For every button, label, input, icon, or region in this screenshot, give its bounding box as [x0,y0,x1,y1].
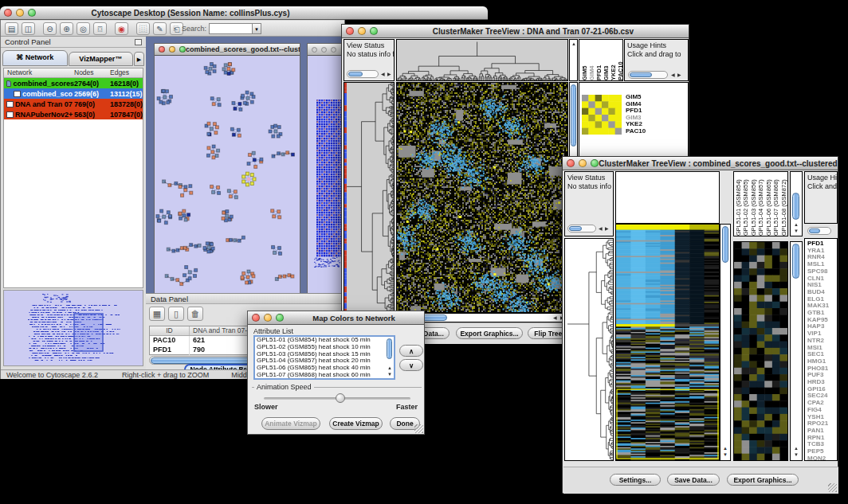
tv1-status-scroll-right-icon[interactable]: ▶ [387,72,391,77]
tv2-minimize-icon[interactable] [579,159,587,167]
tv2-main-heatmap[interactable] [615,224,720,461]
tv1-minimize-icon[interactable] [358,27,366,35]
tab-overflow-icon[interactable]: ▶ [134,52,144,66]
open-file-icon[interactable]: ▤ [5,22,18,35]
tv1-heatmap[interactable] [396,82,568,313]
tv1-usage-scroll-left-icon[interactable]: ◀ [671,72,675,78]
tv1-zoom-icon[interactable] [370,27,378,35]
float-panel-icon[interactable] [135,39,142,45]
main-titlebar[interactable]: Cytoscape Desktop (Session Name: collins… [0,6,345,20]
minimize-icon[interactable] [16,9,24,17]
tv1-usage-scroll-right-icon[interactable]: ▶ [677,72,681,78]
tv2-status-scroll-right-icon[interactable]: ▶ [605,226,609,232]
tv1-mini-heatmap[interactable] [582,95,622,135]
dialog-minimize-icon[interactable] [264,314,272,322]
frame2-close-icon[interactable] [312,47,317,53]
tv2-view-status-panel: View Status No status info f ◀ ▶ [564,171,614,236]
frame2-minimize-icon[interactable] [321,47,327,53]
save-icon[interactable]: ◫ [22,22,35,35]
status-left: Welcome to Cytoscape 2.6.2 [1,371,98,379]
tv1-column-dendrogram[interactable] [396,39,568,81]
speed-slider-thumb[interactable] [336,393,345,403]
dialog-close-icon[interactable] [252,314,260,322]
zoom-in-icon[interactable]: ⊕ [60,22,73,35]
zoom-out-icon[interactable]: ⊖ [43,22,57,35]
attribute-listbox[interactable]: ▲ ▼ GPL51-01 (GSM854) heat shock 05 minG… [253,335,395,380]
tv1-header-scroll-strip[interactable]: ▲ [569,39,578,81]
dialog-button-animate-vizmap[interactable]: Animate Vizmap [261,417,320,430]
tv2-side-vscrollbar[interactable]: ▲▼ [790,241,803,461]
faster-label: Faster [396,403,418,411]
tv2-view-status-title: View Status [565,172,613,182]
tv1-close-icon[interactable] [346,27,354,35]
button-export-graphics---[interactable]: Export Graphics... [727,474,799,486]
data-panel-toolbar: ▦▯🗑 [149,307,203,321]
tv1-column-label: YKE2 [610,40,617,80]
zoom-window-icon[interactable] [28,9,36,17]
frame-minimize-icon[interactable] [169,46,175,53]
treeview1-titlebar[interactable]: ClusterMaker TreeView : DNA and Tran 07-… [342,25,689,38]
desktop: Cytoscape Desktop (Session Name: collins… [0,0,848,504]
frame-close-icon[interactable] [159,46,165,53]
dialog-button-create-vizmap[interactable]: Create Vizmap [329,417,383,430]
button-export-graphics---[interactable]: Export Graphics... [456,327,523,339]
annotation-icon[interactable]: ✎ [153,22,167,35]
background-network-canvas[interactable] [308,56,344,296]
tv2-usage-scrollbar[interactable] [807,227,831,235]
button-settings---[interactable]: Settings... [610,474,661,486]
attribute-list-scroll-up-icon[interactable]: ▲ [387,365,392,371]
zoom-fit-icon[interactable]: ◎ [77,22,90,35]
button-save-data---[interactable]: Save Data... [667,474,720,486]
tv2-zoom-icon[interactable] [591,159,599,167]
tab-network[interactable]: ⌘ Network [2,50,68,66]
move-up-button[interactable]: ∧ [399,345,423,357]
delete-attribute-icon[interactable]: 🗑 [187,307,203,321]
network-canvas[interactable] [155,56,300,296]
animation-speed-label: Animation Speed [254,383,314,391]
tv1-usage-hints-text: Click and drag to [625,50,688,59]
network-row[interactable]: combined_sco2569(6)13112(15) [4,88,143,99]
dialog-zoom-icon[interactable] [276,314,284,322]
tv2-usage-hints-panel: Usage Hints Click and [804,171,838,224]
tv2-gene-list[interactable]: PFD1YRA1RNR4MSL1SPC98CLN1NIS1BUD4ELG1MAK… [804,238,838,461]
tv2-resize-grip[interactable] [828,483,837,492]
attribute-list-scroll-down-icon[interactable]: ▼ [387,372,392,377]
tv2-status-scrollbar[interactable] [567,225,596,232]
status-center: Right-click + drag to ZOOM [98,371,209,379]
tv2-side-heatmap[interactable] [733,241,788,461]
network-frame-titlebar[interactable]: combined_scores_good.txt--cluste... [155,44,300,56]
resize-grip[interactable] [414,424,423,433]
tv1-status-scroll-left-icon[interactable]: ◀ [381,72,385,77]
frame-zoom-icon[interactable] [179,46,186,53]
network-row[interactable]: combined_scores2764(0)16218(0) [4,78,143,88]
vizmapper-grid-icon[interactable]: ⿲ [136,22,150,35]
tv1-row-dendrogram[interactable] [344,82,395,313]
move-down-button[interactable]: ∨ [399,359,423,371]
tab-vizmapper[interactable]: VizMapper™ [69,52,134,66]
tv1-column-label: GIM5 [581,40,588,80]
tv2-column-label: GPL51-06 (GSM865) [765,172,772,236]
tv2-main-vscrollbar[interactable]: ▲▼ [720,224,731,461]
new-attribute-icon[interactable]: ▯ [168,307,184,321]
attribute-list-item[interactable]: GPL51-07 (GSM868) heat shock 60 min [255,372,394,379]
attribute-table-icon[interactable]: ▦ [149,307,165,321]
tv2-close-icon[interactable] [567,159,575,167]
background-network-frame[interactable] [307,43,345,297]
attribute-list-scroll-thumb[interactable] [387,338,392,359]
tv2-status-scroll-left-icon[interactable]: ◀ [599,226,603,232]
network-row[interactable]: RNAPuberNov2+563(0)107847(0) [4,109,143,119]
help-ring-icon[interactable]: ◉ [115,22,128,35]
tv1-usage-scrollbar[interactable] [628,71,668,79]
treeview2-titlebar[interactable]: ClusterMaker TreeView : combined_scores_… [563,157,838,170]
tv1-status-scrollbar[interactable] [347,70,379,78]
search-dropdown-icon[interactable]: ▼ [252,23,261,34]
network-row[interactable]: DNA and Tran 07769(0)183728(0) [4,99,143,109]
network-overview-canvas[interactable] [3,290,143,366]
dialog-titlebar[interactable]: Map Colors to Network [248,311,424,325]
tv2-column-dendrogram-area[interactable] [615,171,720,224]
zoom-selected-icon[interactable]: ⌼ [93,22,107,35]
tv2-header-scrollbar[interactable]: ▲▼ [790,171,803,236]
frame2-zoom-icon[interactable] [331,47,336,53]
close-icon[interactable] [4,9,12,17]
tv2-row-dendrogram[interactable] [564,238,614,461]
